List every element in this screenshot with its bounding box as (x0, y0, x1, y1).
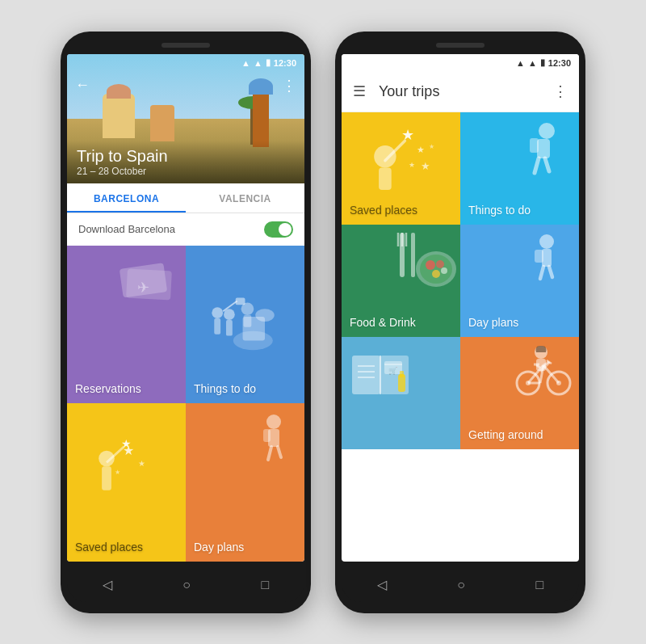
svg-rect-35 (537, 139, 550, 158)
more-options-icon[interactable]: ⋮ (282, 77, 296, 95)
svg-point-50 (539, 234, 554, 249)
svg-point-34 (539, 123, 555, 139)
svg-rect-13 (236, 297, 245, 305)
trip-tile-saved-places[interactable]: ★ ★ ★ ★ ★ Saved places (342, 112, 460, 225)
tile-day-plans-1[interactable]: Day plans (186, 403, 304, 562)
phone-2-speaker (436, 43, 484, 48)
phone-2-screen: ▲ ▲ ▮ 12:30 ☰ Your trips ⋮ ★ ★ ★ (342, 54, 579, 562)
svg-rect-43 (411, 233, 415, 277)
trip-tile-getting-around[interactable]: Getting around (460, 337, 579, 449)
things-to-do-svg (514, 116, 575, 181)
svg-text:★: ★ (421, 160, 430, 172)
back-button-2[interactable]: ◁ (377, 577, 387, 592)
status-bar-1: ▲ ▲ ▮ 12:30 (67, 54, 304, 72)
svg-line-54 (549, 267, 552, 277)
tile-label-things-to-do-2: Things to do (468, 204, 531, 217)
download-row: Download Barcelona (67, 213, 304, 246)
time-display: 12:30 (274, 58, 296, 68)
svg-rect-36 (530, 138, 539, 153)
day-plans-svg (518, 229, 575, 285)
svg-rect-15 (102, 466, 111, 490)
trip-dates: 21 – 28 October (77, 166, 295, 177)
explore-svg: 🛒 (348, 343, 417, 404)
status-icons-2: ▲ ▲ ▮ 12:30 (516, 57, 571, 68)
app-title: Your trips (379, 83, 553, 100)
svg-line-25 (278, 447, 281, 457)
tile-label-food-drink: Food & Drink (350, 316, 416, 329)
svg-line-38 (545, 158, 549, 171)
svg-point-21 (266, 415, 281, 429)
back-button-1[interactable]: ◁ (103, 577, 112, 592)
phone-1: ▲ ▲ ▮ 12:30 ← (61, 32, 311, 613)
nav-bar-1: ◁ ○ □ (67, 568, 304, 602)
phone-speaker (162, 43, 210, 48)
trip-tile-things-to-do[interactable]: Things to do (460, 112, 579, 225)
tile-reservations[interactable]: ✈ Reservations (67, 246, 186, 404)
svg-point-46 (426, 260, 435, 270)
day-plans-illustration (245, 407, 302, 464)
tile-things-to-do-1[interactable]: Things to do (186, 246, 304, 404)
download-label: Download Barcelona (78, 223, 175, 235)
svg-point-5 (255, 309, 275, 322)
wifi-icon-2: ▲ (516, 58, 525, 68)
tile-label-day-plans-1: Day plans (194, 541, 244, 554)
reservations-illustration: ✈ (117, 254, 182, 306)
city-tabs: BARCELONA VALENCIA (67, 183, 304, 213)
svg-point-47 (436, 260, 444, 268)
tile-saved-places-1[interactable]: ★ ★ ★ ★ Saved places (67, 403, 186, 562)
trip-tile-food-drink[interactable]: Food & Drink (342, 225, 460, 337)
time-display-2: 12:30 (548, 58, 571, 68)
tile-label-saved-1: Saved places (75, 541, 143, 554)
svg-point-10 (224, 309, 235, 320)
svg-rect-65 (400, 371, 404, 377)
home-button-1[interactable]: ○ (182, 578, 191, 592)
hero-overlay: Trip to Spain 21 – 28 October (67, 141, 304, 183)
hamburger-icon[interactable]: ☰ (353, 82, 366, 100)
home-button-2[interactable]: ○ (457, 578, 465, 592)
battery-icon-2: ▮ (540, 57, 545, 68)
svg-point-49 (441, 267, 447, 274)
svg-point-26 (374, 145, 396, 167)
hero-toolbar: ← ⋮ (67, 72, 304, 99)
svg-point-45 (420, 255, 452, 284)
nav-bar-2: ◁ ○ □ (342, 568, 579, 602)
more-options-icon-2[interactable]: ⋮ (553, 82, 568, 100)
things-illustration (186, 250, 304, 392)
svg-rect-55 (352, 356, 380, 394)
svg-text:★: ★ (121, 438, 132, 450)
svg-text:★: ★ (417, 144, 425, 154)
svg-line-53 (540, 267, 543, 279)
status-icons: ▲ ▲ ▮ 12:30 (241, 57, 296, 68)
trips-grid: ★ ★ ★ ★ ★ Saved places Things to do (342, 112, 579, 562)
svg-line-24 (268, 447, 271, 460)
food-drink-svg (392, 229, 456, 301)
signal-icon: ▲ (254, 58, 262, 68)
svg-text:★: ★ (409, 160, 415, 168)
trip-tile-day-plans[interactable]: Day plans (460, 225, 579, 337)
back-icon[interactable]: ← (75, 77, 90, 94)
signal-icon-2: ▲ (528, 58, 537, 68)
hero-image: ▲ ▲ ▮ 12:30 ← (67, 54, 304, 183)
svg-point-8 (212, 307, 223, 318)
gaudi-building-2 (150, 105, 174, 141)
recent-button-1[interactable]: □ (262, 578, 270, 592)
trip-title: Trip to Spain (77, 147, 295, 166)
tiles-grid-1: ✈ Reservations (67, 246, 304, 562)
tab-valencia[interactable]: VALENCIA (186, 183, 304, 213)
tab-barcelona[interactable]: BARCELONA (67, 183, 186, 213)
getting-around-svg (512, 341, 577, 402)
svg-text:★: ★ (115, 469, 120, 476)
svg-text:★: ★ (401, 127, 414, 143)
tile-label-reservations: Reservations (75, 382, 141, 395)
svg-rect-7 (244, 315, 252, 327)
svg-rect-52 (535, 250, 543, 263)
recent-button-2[interactable]: □ (536, 578, 544, 592)
download-toggle[interactable] (264, 221, 293, 238)
svg-rect-27 (379, 167, 392, 189)
wifi-icon: ▲ (241, 58, 250, 68)
tile-label-day-plans-2: Day plans (468, 316, 518, 329)
tile-label-saved-places-2: Saved places (350, 204, 417, 217)
tile-label-getting-around: Getting around (468, 428, 543, 441)
gaudi-building-1 (103, 94, 135, 138)
trip-tile-explore[interactable]: 🛒 (342, 337, 460, 449)
